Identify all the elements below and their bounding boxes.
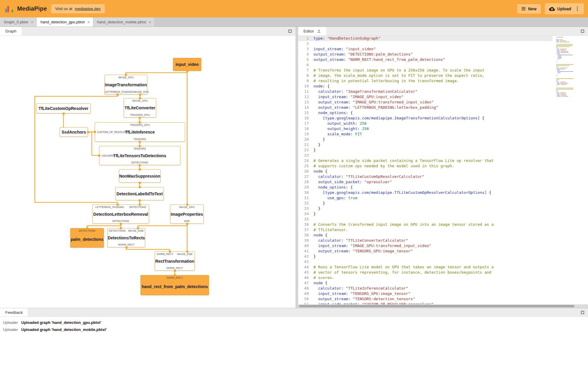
visit-link-chip[interactable]: Visit us at mediapipe.dev [51, 4, 105, 13]
new-button-label: New [528, 7, 537, 11]
port [125, 74, 127, 76]
graph-node-NonMaxSuppression[interactable]: NonMaxSuppression [119, 169, 161, 183]
port [139, 141, 141, 143]
panel-divider[interactable] [295, 27, 298, 308]
port [139, 168, 141, 170]
feedback-row: UploaderUploaded graph 'hand_detection_g… [3, 319, 585, 326]
graph-node-DetectionsToRects[interactable]: DETECTIONSIMAGE_SIZEDetectionsToRectsNOR… [107, 228, 145, 247]
line-number: 23 [298, 153, 313, 158]
line-content: output_stream: "DETECTIONS:palm_detectio… [313, 52, 413, 57]
new-button[interactable]: New [517, 4, 541, 14]
line-content: node_options: { [313, 185, 353, 190]
node-label: SsdAnchors [60, 129, 88, 136]
line-number: 32 [298, 201, 313, 206]
graph-node-TfLiteCustomOpResolver[interactable]: TfLiteCustomOpResolver [36, 103, 91, 113]
graph-panel: Graph input_videoIMAGE_GPUImageTransform… [0, 27, 295, 308]
code-line: 18 output_height: 256 [298, 126, 553, 131]
port [169, 251, 171, 253]
port [139, 164, 141, 166]
code-editor[interactable]: 1type: "HandDetectionSubgraph"23input_st… [298, 36, 588, 308]
port [139, 117, 141, 119]
line-content: calculator: "TfLiteInferenceCalculator" [313, 286, 408, 291]
tab-graph[interactable]: Graph [0, 27, 22, 35]
close-tab-icon[interactable]: × [31, 20, 33, 24]
line-number: 30 [298, 190, 313, 195]
code-line: 15 node_options: { [298, 110, 553, 116]
graph-node-ImageTransformation[interactable]: IMAGE_GPUImageTransformationLETTERBOX_PA… [104, 75, 147, 95]
popout-graph-icon[interactable] [288, 30, 292, 33]
graph-node-TfLiteTensorsToDetections[interactable]: TENSORSTfLiteTensorsToDetectionsDETECTIO… [99, 146, 180, 165]
upload-button[interactable]: Upload ⋮ [545, 3, 584, 14]
horizontal-scrollbar[interactable] [298, 304, 588, 308]
node-label: DetectionLabelIdToText [116, 188, 164, 199]
line-number: 1 [298, 36, 313, 41]
close-tab-icon[interactable]: × [87, 20, 90, 24]
mediapipe-dev-link[interactable]: mediapipe.dev [75, 7, 101, 11]
feedback-row: UploaderUploaded graph 'hand_detection_m… [3, 326, 585, 333]
port-label-row: NORM_RECTIMAGE_SIZE [155, 252, 195, 256]
line-content: } [313, 211, 316, 217]
file-tab[interactable]: Graph_0.pbtxt× [0, 17, 37, 27]
graph-panel-strip: Graph [0, 27, 295, 36]
scrollbar-thumb[interactable] [299, 305, 574, 307]
graph-node-DetectionLetterboxRemoval[interactable]: LETTERBOX_PADDINGDETECTIONSDetectionLett… [92, 204, 149, 224]
port [139, 204, 141, 206]
port-label: IMAGE_SIZE [128, 229, 144, 232]
graph-edge [126, 247, 170, 251]
editor-panel-strip: Editor [298, 27, 588, 36]
graph-node-RectTransformation[interactable]: NORM_RECTIMAGE_SIZERectTransformationNOR… [155, 251, 195, 271]
line-number: 17 [298, 121, 313, 126]
download-icon[interactable] [317, 29, 321, 33]
graph-node-SsdAnchors[interactable]: SsdAnchors [60, 127, 88, 137]
graph-node-input_video[interactable]: input_video [173, 58, 201, 71]
port [125, 246, 128, 249]
line-number: 47 [298, 280, 313, 286]
port-label: DETECTIONS [79, 229, 96, 232]
port-label-row [141, 294, 209, 295]
line-content: } [313, 201, 325, 206]
graph-node-ImageProperties[interactable]: IMAGE_GPUImagePropertiesSIZE [170, 204, 204, 224]
tab-feedback[interactable]: Feedback [0, 308, 28, 316]
more-options-icon[interactable]: ⋮ [575, 6, 580, 12]
graph-node-TfLiteConverter[interactable]: IMAGE_GPUTfLiteConverterTENSORS_GPU [124, 98, 156, 118]
line-number: 44 [298, 264, 313, 270]
code-lines: 1type: "HandDetectionSubgraph"23input_st… [298, 36, 553, 307]
line-content: [type.googleapis.com/mediapipe.ImageTran… [313, 116, 484, 121]
graph-node-TfLiteInference[interactable]: TENSORS_GPUTfLiteInferenceTENSORSCUSTOM_… [95, 122, 185, 142]
line-number: 6 [298, 62, 313, 68]
line-content: calculator: "TfLiteConverterCalculator" [313, 238, 408, 243]
popout-feedback-icon[interactable] [581, 311, 584, 314]
file-tab[interactable]: hand_detection_gpu.pbtxt× [37, 17, 93, 27]
code-line: 28 output_side_packet: "opresolver" [298, 179, 553, 185]
menu-icon [521, 7, 526, 11]
file-tab[interactable]: hand_detection_mobile.pbtxt× [93, 17, 155, 27]
file-tab-label: Graph_0.pbtxt [4, 20, 28, 24]
code-line: 26node { [298, 169, 553, 174]
graph-node-hand_rect_from_palm_detections[interactable]: NORM_RECThand_rect_from_palm_detections [141, 275, 209, 295]
code-line: 27 calculator: "TfLiteCustomOpResolverCa… [298, 174, 553, 179]
code-line: 6 [298, 62, 553, 68]
port-label: DETECTIONS [112, 220, 129, 223]
graph-canvas[interactable]: input_videoIMAGE_GPUImageTransformationL… [0, 36, 295, 308]
port [63, 113, 65, 115]
minimap[interactable] [556, 37, 582, 97]
line-number: 18 [298, 126, 313, 131]
line-number: 9 [298, 78, 313, 84]
line-content: output_height: 256 [313, 126, 369, 131]
feedback-panel-strip: Feedback [0, 308, 588, 317]
line-number: 10 [298, 84, 313, 89]
graph-node-DetectionLabelIdToText[interactable]: DetectionLabelIdToText [115, 187, 164, 200]
line-number: 38 [298, 233, 313, 238]
line-content: output_stream: "TENSORS:detection_tensor… [313, 296, 415, 302]
tab-editor[interactable]: Editor [298, 27, 327, 35]
popout-editor-icon[interactable] [581, 30, 584, 33]
graph-node-palm_detections[interactable]: DETECTIONSpalm_detections [70, 228, 104, 248]
line-content: # image, the scale_mode option is set to… [313, 73, 484, 78]
port [186, 251, 188, 253]
feedback-source: Uploader [3, 326, 21, 333]
line-number: 19 [298, 131, 313, 137]
port-label: IMAGE_GPU [118, 76, 133, 79]
port [120, 227, 122, 229]
close-tab-icon[interactable]: × [149, 20, 151, 24]
code-line: 36# Converts the transformed input image… [298, 222, 553, 227]
